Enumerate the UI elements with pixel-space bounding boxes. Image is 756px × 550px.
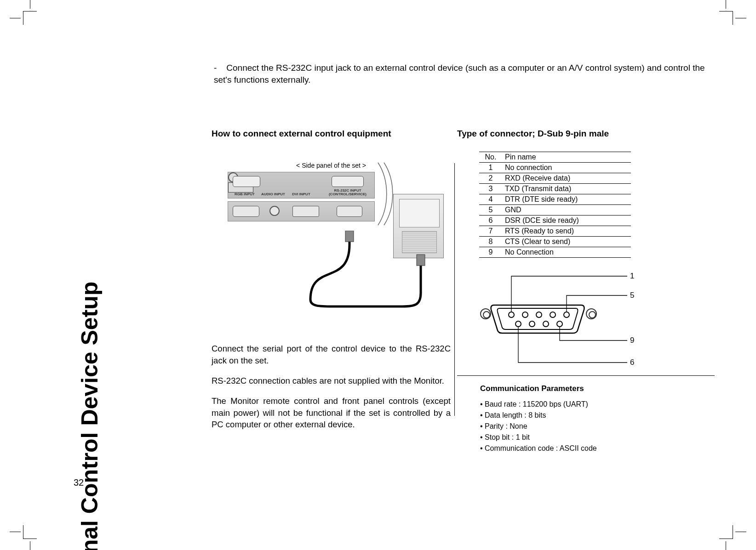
- pin-no: 7: [479, 226, 502, 237]
- comm-heading: Communication Parameters: [480, 384, 715, 393]
- right-heading: Type of connector; D-Sub 9-pin male: [457, 129, 715, 139]
- pin-callout-1: 1: [630, 272, 634, 281]
- comm-list: Baud rate : 115200 bps (UART) Data lengt…: [480, 399, 715, 454]
- audio-port-label: AUDIO INPUT: [261, 192, 285, 196]
- rgb-port-label: RGB INPUT: [231, 192, 258, 196]
- pin-no: 4: [479, 194, 502, 205]
- table-row: 9No Connection: [479, 247, 631, 258]
- pin-no: 6: [479, 215, 502, 226]
- left-para-1: Connect the serial port of the control d…: [212, 343, 451, 367]
- comm-stop-bit: Stop bit : 1 bit: [480, 432, 715, 443]
- table-row: 4DTR (DTE side ready): [479, 194, 631, 205]
- pin-table: No. Pin name 1No connection 2RXD (Receiv…: [479, 152, 631, 258]
- side-title: External Control Device Setup: [74, 55, 106, 459]
- pin-no: 2: [479, 173, 502, 184]
- pin-no: 9: [479, 247, 502, 258]
- table-row: 6DSR (DCE side ready): [479, 215, 631, 226]
- pin-name: No Connection: [502, 247, 631, 258]
- left-para-3: The Monitor remote control and front pan…: [212, 395, 451, 431]
- left-heading: How to connect external control equipmen…: [212, 129, 451, 139]
- pin-name: RTS (Ready to send): [502, 226, 631, 237]
- pin-header-name: Pin name: [502, 152, 631, 163]
- pin-no: 1: [479, 163, 502, 173]
- pin-no: 3: [479, 184, 502, 194]
- right-column: Type of connector; D-Sub 9-pin male No. …: [457, 129, 715, 454]
- pin-leader-lines: [475, 272, 641, 373]
- dvi-port-label: DVI INPUT: [287, 192, 315, 196]
- pin-callout-5: 5: [630, 291, 634, 300]
- table-row: 7RTS (Ready to send): [479, 226, 631, 237]
- page-number: 32: [74, 477, 84, 488]
- pin-name: GND: [502, 205, 631, 215]
- side-panel-label: < Side panel of the set >: [223, 162, 439, 169]
- communication-parameters: Communication Parameters Baud rate : 115…: [480, 384, 715, 454]
- lower-panel: [228, 201, 375, 221]
- table-row: 2RXD (Receive data): [479, 173, 631, 184]
- pin-name: CTS (Clear to send): [502, 237, 631, 247]
- page: External Control Device Setup 32 - Conne…: [28, 18, 728, 532]
- jack-4-icon: [337, 206, 362, 217]
- pin-name: DSR (DCE side ready): [502, 215, 631, 226]
- pin-no: 5: [479, 205, 502, 215]
- left-body-text: Connect the serial port of the control d…: [212, 343, 451, 431]
- table-row: 5GND: [479, 205, 631, 215]
- pin-name: RXD (Receive data): [502, 173, 631, 184]
- table-row: 3TXD (Transmit data): [479, 184, 631, 194]
- pin-name: TXD (Transmit data): [502, 184, 631, 194]
- serial-cable-icon: [306, 231, 425, 309]
- jack-1-icon: [233, 206, 259, 217]
- comm-baud: Baud rate : 115200 bps (UART): [480, 399, 715, 410]
- svg-rect-0: [345, 231, 354, 242]
- comm-parity: Parity : None: [480, 421, 715, 432]
- pin-header-no: No.: [479, 152, 502, 163]
- intro-paragraph: - Connect the RS-232C input jack to an e…: [214, 62, 710, 86]
- table-row: 1No connection: [479, 163, 631, 173]
- left-para-2: RS-232C connection cables are not suppli…: [212, 375, 451, 387]
- intro-text: Connect the RS-232C input jack to an ext…: [214, 63, 705, 85]
- connector-figure: 1 5 9 6: [475, 272, 641, 373]
- table-row: 8CTS (Clear to send): [479, 237, 631, 247]
- connection-diagram: < Side panel of the set > RGB INPUT AUDI…: [223, 162, 439, 332]
- pin-table-header: No. Pin name: [479, 152, 631, 163]
- set-side-panel: RGB INPUT AUDIO INPUT DVI INPUT RS-232C …: [228, 172, 375, 198]
- rs232-port-icon: [332, 176, 364, 187]
- bullet-dash: -: [214, 62, 224, 74]
- rs232-port-label: RS-232C INPUT (CONTROL/SERVICE): [325, 189, 371, 196]
- side-title-text: External Control Device Setup: [76, 282, 103, 550]
- comm-data-length: Data length : 8 bits: [480, 410, 715, 421]
- column-divider: [454, 163, 455, 416]
- pin-name: No connection: [502, 163, 631, 173]
- svg-rect-1: [417, 255, 425, 266]
- pin-no: 8: [479, 237, 502, 247]
- left-column: How to connect external control equipmen…: [212, 129, 451, 439]
- rgb-port-icon: [233, 176, 260, 187]
- pin-callout-9: 9: [630, 336, 634, 345]
- jack-2-icon: [269, 206, 280, 216]
- section-divider: [457, 375, 715, 376]
- pin-name: DTR (DTE side ready): [502, 194, 631, 205]
- comm-code: Communication code : ASCII code: [480, 443, 715, 454]
- pin-callout-6: 6: [630, 358, 634, 367]
- jack-3-icon: [292, 206, 319, 217]
